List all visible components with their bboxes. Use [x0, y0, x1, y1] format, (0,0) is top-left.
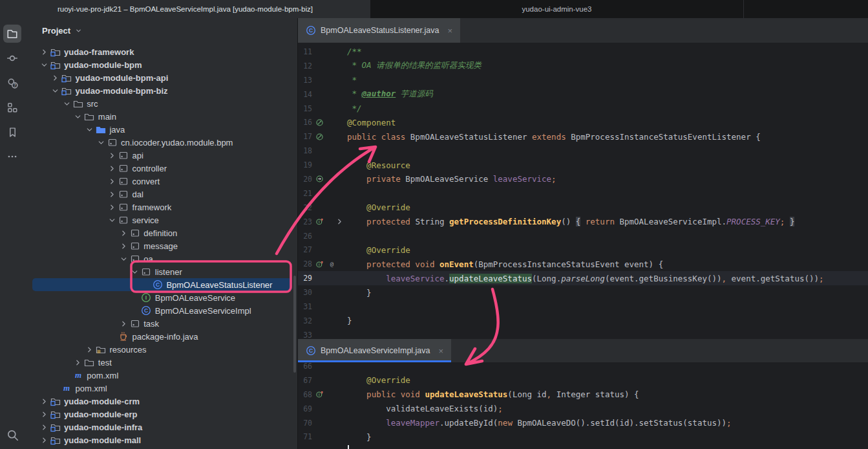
search-icon[interactable] — [3, 426, 21, 444]
tree-item-listener[interactable]: listener — [25, 265, 297, 278]
tree-item-resources[interactable]: resources — [25, 343, 297, 356]
tree-item-controller[interactable]: controller — [25, 162, 297, 175]
tree-item-java[interactable]: java — [25, 123, 297, 136]
chevron-right-icon[interactable] — [107, 164, 118, 173]
tree-item-pom.xml[interactable]: mpom.xml — [25, 382, 297, 395]
tree-item-service[interactable]: service — [25, 214, 297, 226]
tree-item[interactable] — [25, 446, 297, 449]
tree-item-cn.iocoder.yudao.module.bpm[interactable]: cn.iocoder.yudao.module.bpm — [25, 136, 297, 149]
tree-item-label: task — [143, 319, 159, 329]
tree-item-label: test — [98, 358, 112, 367]
chevron-right-icon[interactable] — [38, 397, 50, 406]
code-line-11: 11/** — [298, 45, 868, 59]
line-number: 14 — [298, 90, 312, 99]
chevron-right-icon[interactable] — [118, 229, 129, 237]
chevron-down-icon[interactable] — [129, 268, 141, 276]
code-line-27: 27 @Override — [298, 243, 868, 257]
chevron-down-icon[interactable] — [38, 61, 50, 69]
tree-item-yudao-module-erp[interactable]: yudao-module-erp — [25, 408, 297, 421]
chevron-right-icon[interactable] — [107, 151, 118, 160]
project-folder-icon[interactable] — [3, 25, 21, 43]
more-tool-windows-icon[interactable] — [3, 148, 21, 166]
close-icon[interactable]: × — [447, 26, 452, 36]
module-icon — [50, 396, 61, 406]
tree-item-yudao-module-bpm-api[interactable]: yudao-module-bpm-api — [25, 71, 297, 84]
chevron-right-icon[interactable] — [38, 423, 50, 432]
editor-tab-BpmOALeaveStatusListener.java[interactable]: CBpmOALeaveStatusListener.java× — [298, 18, 460, 43]
override-gutter-icon[interactable]: I — [315, 390, 324, 399]
tree-item-label: package-info.java — [132, 332, 198, 342]
code-text: } — [347, 288, 372, 298]
pull-requests-icon[interactable]: ? — [3, 74, 21, 92]
tree-item-test[interactable]: test — [25, 356, 297, 369]
tree-item-main[interactable]: main — [25, 110, 297, 123]
tree-item-task[interactable]: task — [25, 317, 297, 330]
svg-text:@: @ — [330, 261, 334, 267]
close-icon[interactable]: × — [439, 346, 444, 356]
chevron-right-icon[interactable] — [50, 74, 61, 82]
gutter: 15 — [298, 102, 347, 116]
gutter: 29 — [298, 271, 347, 285]
tree-item-BpmOALeaveServiceImpl[interactable]: CBpmOALeaveServiceImpl — [25, 304, 297, 317]
code-line-67: 67 @Override — [298, 373, 868, 388]
project-panel-header[interactable]: Project — [25, 18, 297, 43]
class-icon: C — [306, 25, 316, 36]
window-tab-project-2[interactable]: yudao-ui-admin-vue3 — [370, 0, 744, 18]
tree-scrollbar-thumb[interactable] — [293, 276, 296, 373]
tree-item-yudao-module-bpm[interactable]: yudao-module-bpm — [25, 58, 297, 71]
chevron-down-icon[interactable] — [50, 87, 61, 95]
chevron-right-icon[interactable] — [38, 48, 50, 56]
tree-item-label: message — [143, 241, 178, 251]
line-number: 29 — [298, 274, 312, 283]
chevron-down-icon[interactable] — [61, 100, 72, 108]
tree-item-message[interactable]: message — [25, 239, 297, 252]
chevron-down-icon[interactable] — [107, 216, 118, 224]
tree-item-dal[interactable]: dal — [25, 188, 297, 201]
spring-gutter-icon[interactable] — [315, 118, 324, 127]
chevron-right-icon[interactable] — [38, 436, 50, 444]
tree-item-BpmOALeaveStatusListener[interactable]: CBpmOALeaveStatusListener — [25, 278, 297, 291]
tree-item-package-info.java[interactable]: package-info.java — [25, 330, 297, 343]
chevron-right-icon[interactable] — [118, 320, 129, 328]
editor-tab-BpmOALeaveServiceImpl.java[interactable]: CBpmOALeaveServiceImpl.java× — [298, 339, 451, 362]
chevron-right-icon[interactable] — [72, 358, 84, 367]
tree-item-oa[interactable]: oa — [25, 252, 297, 265]
structure-icon[interactable] — [3, 98, 21, 116]
bookmarks-icon[interactable] — [3, 123, 21, 141]
fold-chevron-icon[interactable] — [335, 217, 344, 226]
chevron-down-icon[interactable] — [118, 255, 129, 263]
chevron-down-icon[interactable] — [95, 138, 107, 147]
chevron-right-icon[interactable] — [83, 345, 95, 354]
tree-item-yudao-module-mall[interactable]: yudao-module-mall — [25, 433, 297, 446]
tree-item-src[interactable]: src — [25, 97, 297, 110]
chevron-down-icon[interactable] — [83, 126, 95, 134]
tree-item-BpmOALeaveService[interactable]: IBpmOALeaveService — [25, 291, 297, 304]
tree-item-yudao-module-crm[interactable]: yudao-module-crm — [25, 395, 297, 408]
mvn-icon: m — [61, 383, 72, 393]
tree-item-api[interactable]: api — [25, 149, 297, 162]
tree-item-label: oa — [143, 254, 153, 264]
override-gutter-icon[interactable]: I — [315, 260, 324, 268]
spring-gutter-icon[interactable] — [315, 133, 324, 141]
tree-item-definition[interactable]: definition — [25, 226, 297, 239]
at-gutter-icon[interactable]: @ — [328, 260, 336, 268]
override-gutter-icon[interactable]: I — [315, 217, 324, 226]
class-icon: C — [306, 345, 316, 356]
window-tab-project-1[interactable]: ruoyi-vue-pro-jdk21 – BpmOALeaveServiceI… — [0, 0, 370, 18]
commit-icon[interactable] — [3, 49, 21, 67]
tree-item-pom.xml[interactable]: mpom.xml — [25, 369, 297, 382]
code-text: protected void onEvent(BpmProcessInstanc… — [347, 259, 663, 269]
chevron-right-icon[interactable] — [107, 203, 118, 212]
chevron-right-icon[interactable] — [118, 242, 129, 250]
autowired-gutter-icon[interactable] — [315, 175, 324, 183]
tree-item-yudao-framework[interactable]: yudao-framework — [25, 45, 297, 58]
tree-item-yudao-module-bpm-biz[interactable]: yudao-module-bpm-biz — [25, 84, 297, 97]
chevron-right-icon[interactable] — [107, 177, 118, 186]
chevron-down-icon[interactable] — [72, 113, 84, 121]
tree-item-yudao-module-infra[interactable]: yudao-module-infra — [25, 421, 297, 433]
gutter: 19 — [298, 158, 347, 172]
chevron-right-icon[interactable] — [107, 190, 118, 199]
tree-item-framework[interactable]: framework — [25, 201, 297, 214]
tree-item-convert[interactable]: convert — [25, 175, 297, 188]
chevron-right-icon[interactable] — [38, 410, 50, 419]
